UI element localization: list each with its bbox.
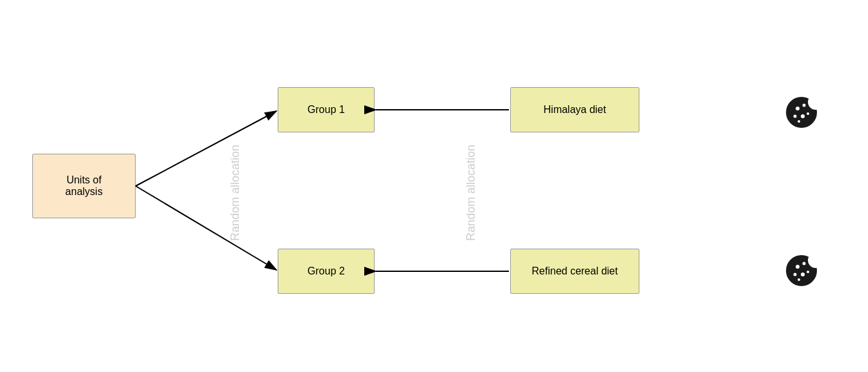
group1-box: Group 1 bbox=[278, 87, 375, 132]
group2-label: Group 2 bbox=[307, 265, 345, 277]
svg-point-11 bbox=[801, 114, 805, 118]
units-of-analysis-label: Units of analysis bbox=[65, 174, 103, 198]
random-allocation-label-1: Random allocation bbox=[229, 145, 242, 241]
svg-point-8 bbox=[796, 107, 800, 110]
diagram-container: Units of analysis Group 1 Group 2 Himala… bbox=[0, 0, 868, 372]
svg-point-20 bbox=[807, 271, 809, 273]
svg-point-12 bbox=[807, 112, 809, 115]
refined-box: Refined cereal diet bbox=[510, 249, 639, 294]
himalaya-label: Himalaya diet bbox=[544, 104, 606, 116]
group1-label: Group 1 bbox=[307, 104, 345, 116]
random-allocation-label-2: Random allocation bbox=[464, 145, 478, 241]
refined-label: Refined cereal diet bbox=[532, 265, 617, 277]
svg-point-21 bbox=[798, 278, 800, 281]
svg-point-18 bbox=[794, 273, 797, 276]
group2-box: Group 2 bbox=[278, 249, 375, 294]
cookie-icon-2 bbox=[785, 254, 818, 294]
svg-line-2 bbox=[136, 111, 276, 186]
cookie-icon-1 bbox=[785, 96, 818, 136]
units-of-analysis-box: Units of analysis bbox=[32, 154, 136, 218]
svg-line-3 bbox=[136, 186, 276, 270]
svg-point-10 bbox=[794, 115, 797, 118]
svg-point-16 bbox=[796, 265, 800, 269]
svg-point-13 bbox=[798, 120, 800, 123]
svg-point-19 bbox=[801, 273, 805, 276]
himalaya-box: Himalaya diet bbox=[510, 87, 639, 132]
svg-point-9 bbox=[803, 104, 806, 107]
svg-point-17 bbox=[803, 262, 806, 265]
